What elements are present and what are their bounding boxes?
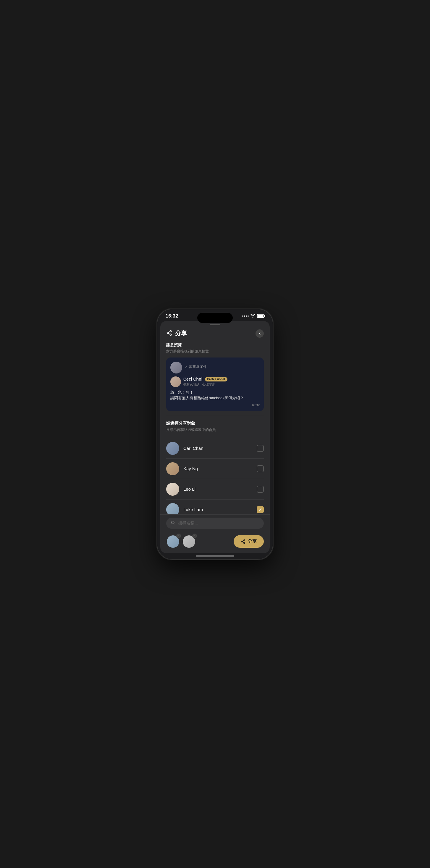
post-source-info: ⌂ 萬事屋案件 [185,364,207,371]
sender-row: ⌂ 萬事屋案件 [170,362,260,373]
avatar-leo [166,483,179,496]
search-icon [171,521,175,526]
checkbox-luke[interactable] [257,506,264,513]
checkbox-kay[interactable] [257,465,264,472]
selection-sublabel: 只顯示曾聯絡過或追蹤中的會員 [166,427,264,432]
contact-name-leo: Leo Li [184,487,257,492]
post-source: 萬事屋案件 [189,364,207,369]
contact-item-carl[interactable]: Carl Chan [166,438,264,459]
preview-card: ⌂ 萬事屋案件 [166,358,264,411]
search-bar[interactable]: 搜尋名稱... [166,518,264,529]
bottom-bar: × × [160,532,270,553]
dynamic-island [197,313,233,323]
contact-list[interactable]: Carl Chan Kay Ng [160,438,270,514]
contact-name-carl: Carl Chan [184,446,257,451]
checkbox-carl[interactable] [257,445,264,452]
close-button[interactable]: × [256,330,264,338]
contact-name-kay: Kay Ng [184,466,257,471]
home-indicator [196,555,234,557]
title-row: 分享 [166,330,187,337]
selected-luke-wrap: × [166,535,180,548]
sheet-header: 分享 × [160,330,270,342]
contact-item-leo[interactable]: Leo Li [166,479,264,500]
selection-section: 請選擇分享對象 只顯示曾聯絡過或追蹤中的會員 [160,416,270,438]
post-content-line1: 急！急！急！ [170,390,193,395]
avatar-luke [166,503,179,514]
remove-luke-button[interactable]: × [176,534,181,538]
svg-line-11 [242,540,244,541]
share-button[interactable]: 分享 [234,535,264,548]
sheet-handle [210,324,220,325]
author-name: Ceci Choi [184,377,203,381]
sheet-title: 分享 [175,330,187,337]
contact-item-luke[interactable]: Luke Lam [166,500,264,514]
svg-line-4 [168,332,170,332]
svg-point-5 [171,521,174,524]
status-icons [242,314,264,318]
post-header-row: ⌂ 萬事屋案件 [185,364,207,369]
avatar-kay [166,462,179,475]
author-info: Ceci Choi Professional 教育及培訓 · 心理學家 [184,377,260,386]
share-sheet: 分享 × 訊息預覽 對方將會接收到的訊息預覽 [160,321,270,553]
author-name-row: Ceci Choi Professional [184,377,260,381]
wifi-icon [251,314,255,318]
remove-wendy-button[interactable]: × [192,534,197,538]
post-author-row: Ceci Choi Professional 教育及培訓 · 心理學家 [170,376,260,387]
checkbox-leo[interactable] [257,486,264,493]
selected-wendy-wrap: × [182,535,196,548]
preview-section: 訊息預覽 對方將會接收到的訊息預覽 ⌂ 萬 [160,342,270,416]
share-icon [166,330,172,337]
selected-avatars: × × [166,535,198,548]
phone-frame: 16:32 [157,309,273,559]
svg-line-10 [242,542,244,543]
author-meta: 教育及培訓 · 心理學家 [184,382,260,386]
sender-avatar [170,362,182,373]
signal-icon [242,315,249,317]
post-content-line2: 請問有無人有相熟維修macbook師傅介紹？ [170,396,244,400]
preview-label: 訊息預覽 [166,342,264,348]
preview-sublabel: 對方將會接收到的訊息預覽 [166,349,264,354]
svg-line-3 [168,333,170,334]
search-section: 搜尋名稱... [160,514,270,532]
phone-screen: 16:32 [157,309,273,559]
search-input[interactable]: 搜尋名稱... [178,521,198,526]
avatar-carl [166,442,179,455]
post-content: 急！急！急！ 請問有無人有相熟維修macbook師傅介紹？ [170,390,260,401]
home-icon: ⌂ [185,365,187,369]
contact-item-kay[interactable]: Kay Ng [166,459,264,479]
battery-icon [257,314,264,318]
contact-name-luke: Luke Lam [184,507,257,512]
status-time: 16:32 [166,313,178,319]
share-button-label: 分享 [248,538,257,544]
selection-label: 請選擇分享對象 [166,421,264,426]
svg-line-6 [174,524,175,524]
author-avatar [170,376,181,387]
post-time: 16:32 [170,403,260,407]
professional-badge: Professional [205,377,227,381]
